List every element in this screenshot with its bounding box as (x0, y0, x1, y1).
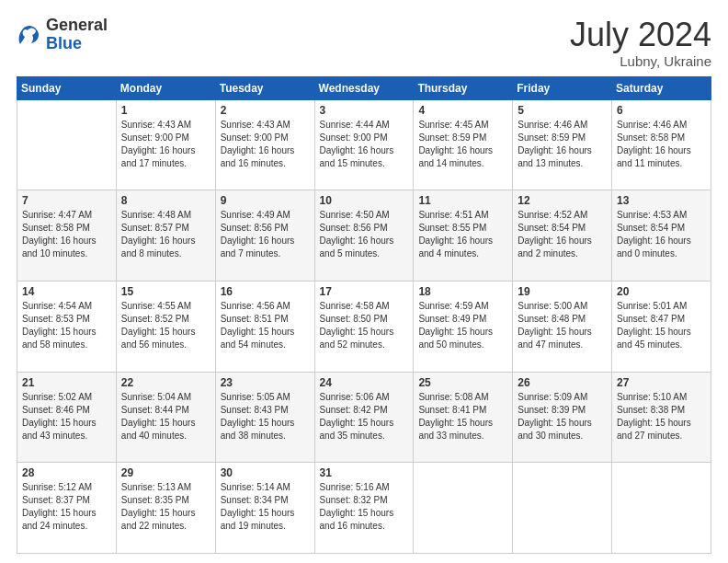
col-monday: Monday (116, 76, 215, 99)
table-row: 14Sunrise: 4:54 AMSunset: 8:53 PMDayligh… (17, 281, 117, 372)
day-info: Sunrise: 4:59 AMSunset: 8:49 PMDaylight:… (418, 300, 507, 351)
day-number: 27 (617, 376, 706, 389)
logo-text: General Blue (46, 17, 108, 53)
day-info: Sunrise: 4:55 AMSunset: 8:52 PMDaylight:… (121, 300, 210, 351)
table-row: 12Sunrise: 4:52 AMSunset: 8:54 PMDayligh… (513, 190, 612, 282)
col-saturday: Saturday (612, 76, 711, 99)
day-number: 6 (617, 104, 706, 117)
day-info: Sunrise: 5:16 AMSunset: 8:32 PMDaylight:… (320, 481, 409, 533)
table-row: 10Sunrise: 4:50 AMSunset: 8:56 PMDayligh… (314, 190, 414, 282)
col-tuesday: Tuesday (215, 76, 314, 99)
day-info: Sunrise: 4:48 AMSunset: 8:57 PMDaylight:… (121, 209, 210, 260)
day-info: Sunrise: 4:54 AMSunset: 8:53 PMDaylight:… (22, 300, 111, 351)
col-wednesday: Wednesday (314, 76, 414, 99)
day-number: 4 (418, 104, 507, 117)
table-row (17, 99, 117, 190)
table-row: 3Sunrise: 4:44 AMSunset: 9:00 PMDaylight… (314, 99, 414, 190)
day-info: Sunrise: 4:46 AMSunset: 8:59 PMDaylight:… (518, 119, 607, 170)
day-info: Sunrise: 4:46 AMSunset: 8:58 PMDaylight:… (617, 119, 706, 170)
table-row: 4Sunrise: 4:45 AMSunset: 8:59 PMDaylight… (414, 99, 513, 190)
day-info: Sunrise: 5:09 AMSunset: 8:39 PMDaylight:… (518, 391, 607, 442)
day-number: 24 (320, 376, 409, 389)
day-number: 1 (121, 104, 210, 117)
table-row: 19Sunrise: 5:00 AMSunset: 8:48 PMDayligh… (513, 281, 612, 372)
day-info: Sunrise: 5:06 AMSunset: 8:42 PMDaylight:… (320, 391, 409, 442)
table-row: 1Sunrise: 4:43 AMSunset: 9:00 PMDaylight… (116, 99, 215, 190)
day-number: 25 (418, 376, 507, 389)
table-row: 13Sunrise: 4:53 AMSunset: 8:54 PMDayligh… (612, 190, 711, 282)
table-row: 29Sunrise: 5:13 AMSunset: 8:35 PMDayligh… (116, 463, 215, 554)
day-info: Sunrise: 5:04 AMSunset: 8:44 PMDaylight:… (121, 391, 210, 442)
table-row: 22Sunrise: 5:04 AMSunset: 8:44 PMDayligh… (116, 372, 215, 463)
day-info: Sunrise: 4:43 AMSunset: 9:00 PMDaylight:… (121, 119, 210, 170)
day-number: 19 (518, 285, 607, 298)
table-row: 17Sunrise: 4:58 AMSunset: 8:50 PMDayligh… (314, 281, 414, 372)
day-number: 16 (221, 285, 310, 298)
day-number: 5 (518, 104, 607, 117)
table-row: 20Sunrise: 5:01 AMSunset: 8:47 PMDayligh… (612, 281, 711, 372)
day-info: Sunrise: 5:10 AMSunset: 8:38 PMDaylight:… (617, 391, 706, 442)
table-row: 25Sunrise: 5:08 AMSunset: 8:41 PMDayligh… (414, 372, 513, 463)
col-thursday: Thursday (414, 76, 513, 99)
table-row: 26Sunrise: 5:09 AMSunset: 8:39 PMDayligh… (513, 372, 612, 463)
logo: General Blue (17, 17, 108, 53)
day-number: 30 (221, 466, 310, 479)
table-row: 7Sunrise: 4:47 AMSunset: 8:58 PMDaylight… (17, 190, 117, 282)
day-number: 13 (617, 194, 706, 207)
table-row: 30Sunrise: 5:14 AMSunset: 8:34 PMDayligh… (215, 463, 314, 554)
day-info: Sunrise: 4:58 AMSunset: 8:50 PMDaylight:… (320, 300, 409, 351)
day-number: 14 (22, 285, 111, 298)
day-number: 28 (22, 466, 111, 479)
day-number: 8 (121, 194, 210, 207)
day-info: Sunrise: 4:43 AMSunset: 9:00 PMDaylight:… (221, 119, 310, 170)
day-number: 29 (121, 466, 210, 479)
day-number: 11 (418, 194, 507, 207)
week-row-1: 1Sunrise: 4:43 AMSunset: 9:00 PMDaylight… (17, 99, 711, 190)
day-info: Sunrise: 5:13 AMSunset: 8:35 PMDaylight:… (121, 481, 210, 533)
day-info: Sunrise: 4:52 AMSunset: 8:54 PMDaylight:… (518, 209, 607, 260)
day-number: 2 (221, 104, 310, 117)
logo-blue-text: Blue (46, 34, 82, 52)
day-number: 10 (320, 194, 409, 207)
table-row: 2Sunrise: 4:43 AMSunset: 9:00 PMDaylight… (215, 99, 314, 190)
calendar-header-row: Sunday Monday Tuesday Wednesday Thursday… (17, 76, 711, 99)
day-number: 17 (320, 285, 409, 298)
table-row: 15Sunrise: 4:55 AMSunset: 8:52 PMDayligh… (116, 281, 215, 372)
week-row-3: 14Sunrise: 4:54 AMSunset: 8:53 PMDayligh… (17, 281, 711, 372)
day-number: 22 (121, 376, 210, 389)
logo-general: General (46, 16, 108, 34)
col-sunday: Sunday (17, 76, 117, 99)
day-info: Sunrise: 4:49 AMSunset: 8:56 PMDaylight:… (221, 209, 310, 260)
calendar-table: Sunday Monday Tuesday Wednesday Thursday… (17, 76, 711, 554)
title-block: July 2024 Lubny, Ukraine (570, 17, 711, 69)
table-row (414, 463, 513, 554)
day-info: Sunrise: 5:12 AMSunset: 8:37 PMDaylight:… (22, 481, 111, 533)
header: General Blue July 2024 Lubny, Ukraine (17, 17, 711, 69)
day-info: Sunrise: 4:47 AMSunset: 8:58 PMDaylight:… (22, 209, 111, 260)
week-row-5: 28Sunrise: 5:12 AMSunset: 8:37 PMDayligh… (17, 463, 711, 554)
day-number: 15 (121, 285, 210, 298)
table-row (612, 463, 711, 554)
table-row: 27Sunrise: 5:10 AMSunset: 8:38 PMDayligh… (612, 372, 711, 463)
day-info: Sunrise: 5:08 AMSunset: 8:41 PMDaylight:… (418, 391, 507, 442)
day-info: Sunrise: 4:45 AMSunset: 8:59 PMDaylight:… (418, 119, 507, 170)
day-info: Sunrise: 5:01 AMSunset: 8:47 PMDaylight:… (617, 300, 706, 351)
table-row: 8Sunrise: 4:48 AMSunset: 8:57 PMDaylight… (116, 190, 215, 282)
day-info: Sunrise: 4:53 AMSunset: 8:54 PMDaylight:… (617, 209, 706, 260)
table-row: 5Sunrise: 4:46 AMSunset: 8:59 PMDaylight… (513, 99, 612, 190)
week-row-2: 7Sunrise: 4:47 AMSunset: 8:58 PMDaylight… (17, 190, 711, 282)
table-row: 18Sunrise: 4:59 AMSunset: 8:49 PMDayligh… (414, 281, 513, 372)
table-row: 9Sunrise: 4:49 AMSunset: 8:56 PMDaylight… (215, 190, 314, 282)
logo-bird-icon (17, 22, 42, 48)
table-row: 24Sunrise: 5:06 AMSunset: 8:42 PMDayligh… (314, 372, 414, 463)
day-number: 20 (617, 285, 706, 298)
table-row: 31Sunrise: 5:16 AMSunset: 8:32 PMDayligh… (314, 463, 414, 554)
day-info: Sunrise: 4:50 AMSunset: 8:56 PMDaylight:… (320, 209, 409, 260)
month-year: July 2024 (570, 17, 711, 53)
table-row: 16Sunrise: 4:56 AMSunset: 8:51 PMDayligh… (215, 281, 314, 372)
day-info: Sunrise: 4:51 AMSunset: 8:55 PMDaylight:… (418, 209, 507, 260)
table-row: 6Sunrise: 4:46 AMSunset: 8:58 PMDaylight… (612, 99, 711, 190)
day-number: 7 (22, 194, 111, 207)
week-row-4: 21Sunrise: 5:02 AMSunset: 8:46 PMDayligh… (17, 372, 711, 463)
day-number: 12 (518, 194, 607, 207)
